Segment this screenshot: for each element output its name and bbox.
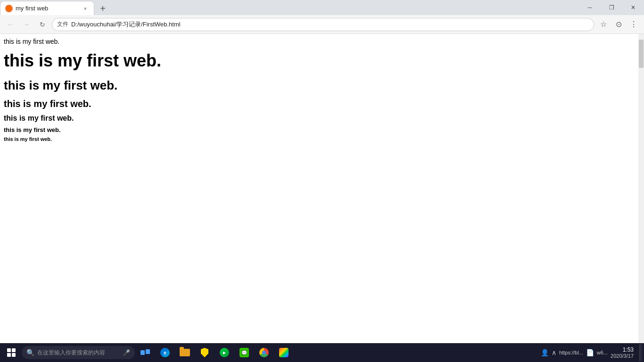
chrome-icon bbox=[259, 348, 269, 357]
clock[interactable]: 1:53 2020/3/17 bbox=[611, 346, 634, 359]
taskbar-right: 👤 ∧ https://bl... 📄 w6... 1:53 2020/3/17 bbox=[541, 344, 642, 361]
tabs-area: my first web × + bbox=[0, 0, 579, 15]
browser-window: my first web × + ─ ❐ ✕ ← → ↻ 文件 D:/wuyou… bbox=[0, 0, 644, 362]
search-placeholder-text: 在这里输入你要搜索的内容 bbox=[37, 349, 105, 357]
tray-people-icon[interactable]: 👤 bbox=[541, 349, 549, 356]
forward-button[interactable]: → bbox=[20, 18, 33, 31]
play-icon: ▶ bbox=[220, 348, 229, 357]
minimize-button[interactable]: ─ bbox=[579, 0, 601, 15]
refresh-button[interactable]: ↻ bbox=[36, 18, 49, 31]
folder-icon bbox=[180, 349, 190, 356]
window-controls: ─ ❐ ✕ bbox=[579, 0, 644, 15]
close-button[interactable]: ✕ bbox=[622, 0, 644, 15]
bookmark-button[interactable]: ☆ bbox=[597, 18, 610, 31]
h2-heading: this is my first web. bbox=[4, 78, 640, 93]
menu-button[interactable]: ⋮ bbox=[627, 18, 640, 31]
maximize-button[interactable]: ❐ bbox=[601, 0, 622, 15]
protocol-label: 文件 bbox=[57, 20, 68, 28]
scroll-thumb[interactable] bbox=[639, 40, 644, 68]
tray-chevron-icon[interactable]: ∧ bbox=[552, 349, 556, 356]
edge-app[interactable]: e bbox=[156, 344, 174, 361]
task-view-button[interactable] bbox=[136, 344, 155, 361]
photos-app[interactable] bbox=[274, 344, 293, 361]
h3-heading: this is my first web. bbox=[4, 99, 640, 109]
file-explorer-app[interactable] bbox=[175, 344, 194, 361]
clock-time: 1:53 bbox=[623, 346, 634, 353]
shield-icon bbox=[201, 348, 208, 357]
wechat-app[interactable]: 💬 bbox=[235, 344, 254, 361]
page-content: this is my first web. this is my first w… bbox=[0, 34, 644, 343]
address-bar: ← → ↻ 文件 D:/wuyouchuhai/学习记录/FirstWeb.ht… bbox=[0, 15, 644, 34]
tray-extra-text: w6... bbox=[597, 350, 608, 355]
title-bar: my first web × + ─ ❐ ✕ bbox=[0, 0, 644, 15]
h1-heading: this is my first web. bbox=[4, 51, 640, 71]
edge-icon: e bbox=[160, 348, 170, 357]
profile-button[interactable]: ⊙ bbox=[612, 18, 625, 31]
url-text: D:/wuyouchuhai/学习记录/FirstWeb.html bbox=[71, 20, 589, 29]
system-tray: 👤 ∧ https://bl... 📄 w6... bbox=[541, 349, 608, 356]
microphone-icon: 🎤 bbox=[123, 349, 130, 356]
h5-heading: this is my first web. bbox=[4, 126, 640, 133]
tab-title: my first web bbox=[16, 5, 79, 12]
back-button[interactable]: ← bbox=[4, 18, 17, 31]
scrollbar[interactable] bbox=[638, 34, 644, 343]
start-button[interactable] bbox=[2, 344, 21, 361]
h4-heading: this is my first web. bbox=[4, 114, 640, 123]
h6-heading: this is my first web. bbox=[4, 136, 640, 142]
new-tab-button[interactable]: + bbox=[96, 2, 109, 15]
active-tab[interactable]: my first web × bbox=[0, 1, 94, 15]
search-icon: 🔍 bbox=[26, 349, 34, 356]
tray-url-text: https://bl... bbox=[559, 350, 583, 355]
task-view-icon bbox=[140, 349, 150, 356]
show-desktop-button[interactable] bbox=[639, 344, 642, 361]
taskbar: 🔍 在这里输入你要搜索的内容 🎤 e ▶ 💬 bbox=[0, 343, 644, 362]
tab-favicon-icon bbox=[5, 5, 13, 12]
tab-close-button[interactable]: × bbox=[82, 5, 89, 12]
chrome-app[interactable] bbox=[255, 344, 273, 361]
address-input-wrapper[interactable]: 文件 D:/wuyouchuhai/学习记录/FirstWeb.html bbox=[52, 18, 594, 31]
windows-icon bbox=[7, 348, 16, 357]
security-app[interactable] bbox=[195, 344, 214, 361]
taskbar-search[interactable]: 🔍 在这里输入你要搜索的内容 🎤 bbox=[22, 346, 135, 359]
photo-icon bbox=[279, 348, 289, 357]
clock-date: 2020/3/17 bbox=[611, 353, 634, 359]
wechat-icon: 💬 bbox=[239, 348, 249, 357]
paragraph-text: this is my first web. bbox=[4, 38, 640, 45]
address-actions: ☆ ⊙ ⋮ bbox=[597, 18, 640, 31]
media-app[interactable]: ▶ bbox=[215, 344, 234, 361]
tray-csdn-icon: 📄 bbox=[586, 349, 594, 356]
